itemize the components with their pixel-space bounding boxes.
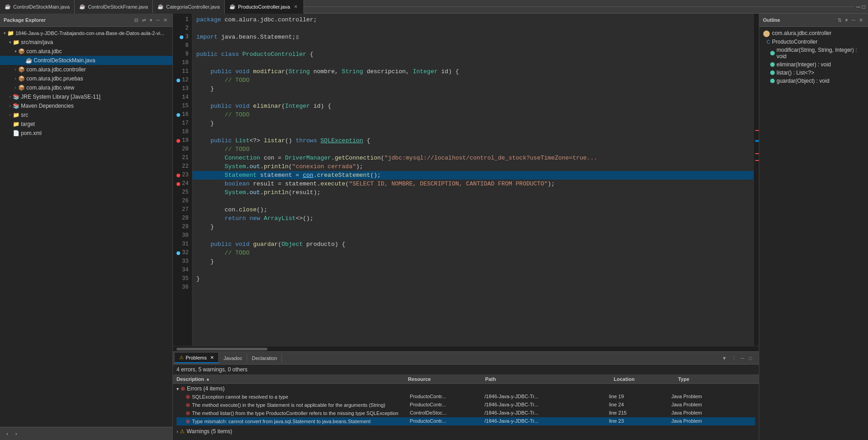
outline-item-method-modificar[interactable]: modificar(String, String, Integer) : voi…: [759, 46, 868, 60]
problem-cell-path: /1846-Java-y-JDBC-Tr...: [484, 402, 609, 408]
bottom-tab-bar: ⚠ Problems ✕ Javadoc Declaration ▼ ⋮ ─ □: [173, 352, 759, 365]
package-icon: 📦: [18, 85, 25, 91]
maximize-icon[interactable]: □: [862, 4, 865, 10]
outline-menu-button[interactable]: ▾: [844, 17, 849, 24]
tree-item-controller[interactable]: › 📦 com.alura.jdbc.controller: [0, 65, 172, 74]
line-numbers: 1 2 3 8 9 10 11 12 13 14 15: [173, 14, 192, 346]
warnings-group-header[interactable]: › ⚠ Warnings (5 items): [177, 427, 755, 435]
code-line-19: public List<?> listar() throws SQLExcept…: [192, 136, 753, 145]
library-icon: 📚: [13, 103, 20, 109]
tab-controldestockframe[interactable]: ☕ ControlDeStockFrame.java: [75, 0, 153, 14]
error-marker: [177, 182, 180, 186]
table-row[interactable]: ⊗Type mismatch: cannot convert from java…: [177, 417, 755, 425]
col-type: Type: [678, 376, 755, 382]
close-tab-button[interactable]: ✕: [293, 4, 299, 10]
expand-arrow: ›: [7, 113, 13, 117]
maximize-bottom-button[interactable]: □: [747, 355, 753, 361]
table-row[interactable]: ⊗The method listar() from the type Produ…: [177, 409, 755, 417]
window-controls: ─ □: [853, 4, 868, 10]
error-group-icon: ⊗: [181, 385, 185, 392]
tree-item-src[interactable]: › 📁 src: [0, 110, 172, 120]
problem-cell-path: /1846-Java-y-JDBC-Tr...: [484, 394, 609, 400]
code-line-2: [192, 24, 753, 33]
code-line-33: }: [192, 257, 753, 266]
tab-problems[interactable]: ⚠ Problems ✕: [175, 353, 219, 363]
tree-item-com-alura-jdbc[interactable]: ▾ 📦 com.alura.jdbc: [0, 47, 172, 56]
code-line-29: }: [192, 223, 753, 231]
tab-controldestockmain[interactable]: ☕ ControlDeStockMain.java: [0, 0, 75, 14]
table-row[interactable]: ⊗SQLException cannot be resolved to a ty…: [177, 393, 755, 401]
tab-declaration[interactable]: Declaration: [247, 354, 282, 363]
scroll-left-button[interactable]: ‹: [4, 430, 11, 437]
package-dot: ⬤: [763, 30, 770, 37]
problem-cell-location: line 23: [609, 418, 671, 425]
close-panel-button[interactable]: ✕: [162, 17, 169, 24]
outline-item-method-listar[interactable]: listar() : List<?>: [759, 69, 868, 77]
code-line-24: boolean result = statement.execute("SELE…: [192, 180, 753, 188]
collapse-all-button[interactable]: ⊟: [133, 17, 140, 24]
package-explorer-header: Package Explorer ⊟ ⇌ ▾ ─ ✕: [0, 14, 172, 27]
errors-group-header[interactable]: ▾ ⊗ Errors (4 items): [177, 385, 755, 393]
tree-item-label: 1846-Java-y-JDBC-Trabajando-con-una-Base…: [15, 30, 164, 36]
errors-group: ▾ ⊗ Errors (4 items) ⊗SQLException canno…: [173, 384, 759, 426]
tree-item-controldestock-main[interactable]: ☕ ControlDeStockMain.java: [0, 56, 172, 65]
outline-minimize-button[interactable]: ─: [850, 17, 857, 24]
breakpoint-marker: [177, 251, 180, 255]
code-line-17: }: [192, 119, 753, 128]
tab-categoriacontroller[interactable]: ☕ CategoriaController.java: [153, 0, 225, 14]
line-num-3: 3: [177, 33, 188, 41]
problem-cell-location: line 24: [609, 402, 671, 408]
package-tree: ▾ 📁 1846-Java-y-JDBC-Trabajando-con-una-…: [0, 27, 172, 427]
tree-item-jre[interactable]: › 📚 JRE System Library [JavaSE-11]: [0, 92, 172, 101]
tree-item-src-main[interactable]: ▾ 📁 src/main/java: [0, 38, 172, 47]
table-row[interactable]: ⊗The method execute() in the type Statem…: [177, 401, 755, 409]
tree-item-target[interactable]: 📁 target: [0, 120, 172, 129]
tree-item-root[interactable]: ▾ 📁 1846-Java-y-JDBC-Trabajando-con-una-…: [0, 29, 172, 38]
warning-group-icon: ⚠: [180, 428, 185, 435]
error-icon: ⊗: [186, 418, 190, 425]
filter-button[interactable]: ▼: [721, 355, 728, 361]
code-line-27: con.close();: [192, 205, 753, 214]
code-line-28: return new ArrayList<>();: [192, 214, 753, 223]
panel-menu-button[interactable]: ▾: [148, 17, 154, 24]
outline-item-label: com.alura.jdbc.controller: [772, 30, 832, 36]
col-resource: Resource: [408, 376, 485, 382]
line-num-34: 34: [177, 266, 188, 275]
code-line-12: // TODO: [192, 76, 753, 85]
problem-cell-type: Java Problem: [671, 394, 746, 400]
view-menu-button[interactable]: ⋮: [730, 355, 738, 361]
minimize-panel-button[interactable]: ─: [155, 17, 161, 24]
tab-javadoc[interactable]: Javadoc: [219, 354, 247, 363]
horizontal-scrollbar[interactable]: [173, 346, 759, 351]
minimize-icon[interactable]: ─: [856, 4, 860, 10]
problems-column-headers: Description ▲ Resource Path Location Typ…: [173, 375, 759, 384]
minimize-bottom-button[interactable]: ─: [740, 355, 746, 361]
tree-item-pom[interactable]: 📄 pom.xml: [0, 129, 172, 138]
outline-close-button[interactable]: ✕: [858, 17, 864, 24]
outline-sort-button[interactable]: ⇅: [836, 17, 843, 24]
link-editor-button[interactable]: ⇌: [141, 17, 147, 24]
tree-item-label: target: [21, 121, 35, 127]
tree-item-maven[interactable]: › 📚 Maven Dependencies: [0, 101, 172, 110]
close-problems-tab[interactable]: ✕: [210, 355, 214, 360]
scroll-right-button[interactable]: ›: [13, 430, 20, 437]
outline-item-class[interactable]: C ProductoController: [759, 38, 868, 46]
line-num-27: 27: [177, 205, 188, 214]
line-num-26: 26: [177, 197, 188, 205]
code-line-36: [192, 283, 753, 292]
code-line-35: }: [192, 275, 753, 283]
tab-label: CategoriaController.java: [166, 4, 220, 10]
outline-item-method-guardar[interactable]: guardar(Object) : void: [759, 77, 868, 85]
code-editor[interactable]: 1 2 3 8 9 10 11 12 13 14 15: [173, 14, 759, 346]
line-num-17: 17: [177, 119, 188, 128]
tree-item-view[interactable]: › 📦 com.alura.jdbc.view: [0, 83, 172, 92]
tab-productocontroller[interactable]: ☕ ProductoController.java ✕: [225, 0, 303, 14]
expand-arrow: ›: [7, 95, 13, 99]
package-icon: 📦: [18, 75, 25, 82]
outline-item-method-eliminar[interactable]: eliminar(Integer) : void: [759, 60, 868, 69]
code-line-1: package com.alura.jdbc.controller;: [192, 15, 753, 24]
outline-item-package[interactable]: ⬤ com.alura.jdbc.controller: [759, 29, 868, 38]
tree-item-pruebas[interactable]: › 📦 com.alura.jdbc.pruebas: [0, 74, 172, 83]
minimap: [753, 14, 759, 346]
line-num-13: 13: [177, 85, 188, 93]
